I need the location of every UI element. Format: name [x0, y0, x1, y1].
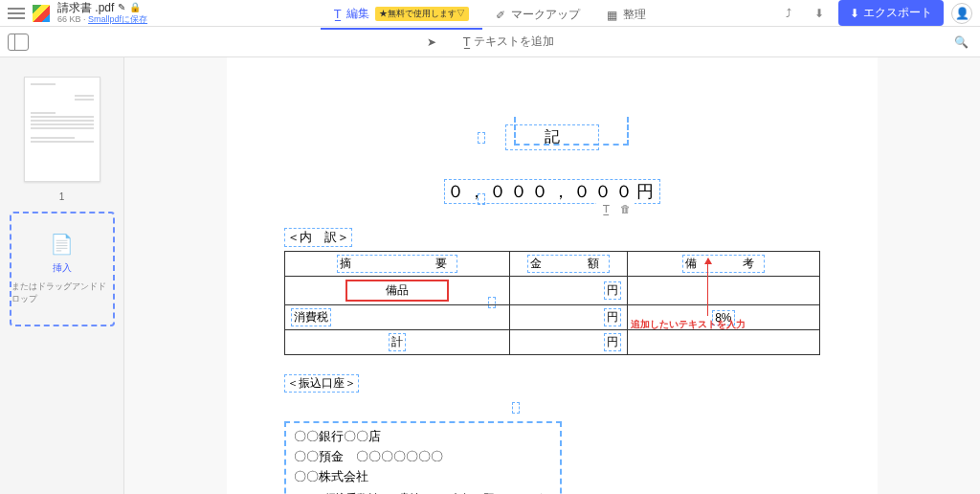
file-name: 請求書 .pdf [57, 1, 114, 14]
export-icon: ⬇ [850, 7, 859, 20]
amount-line[interactable]: ０，０００，０００円 [284, 179, 820, 204]
cell-amount: 円 [509, 277, 627, 305]
annotation-arrow: 追加したいテキストを入力 [669, 258, 746, 331]
header-amount: 金 額 [509, 252, 627, 277]
main-tabs: T̲ 編集 ★無料で使用します▽ ✐ マークアップ ▦ 整理 [321, 0, 659, 30]
annotation-text: 追加したいテキストを入力 [631, 318, 746, 331]
fragment-handle[interactable] [512, 402, 520, 414]
cell-tax: 消費税 [285, 305, 510, 330]
edit-icon: T̲ [334, 8, 341, 21]
tab-markup[interactable]: ✐ マークアップ [482, 0, 593, 30]
table-row: 計 円 [285, 330, 820, 355]
insert-page-dropzone[interactable]: 📄 挿入 またはドラッグアンドドロップ [10, 212, 115, 326]
rename-icon[interactable]: ✎ [118, 2, 125, 13]
bank-note: （※）振込手数料は、貴社にてご負担お願いいたします。 [294, 490, 552, 494]
document-canvas[interactable]: 記 ０，０００，０００円 ＜内 訳＞ T̲ 🗑 摘 要 金 額 備 考 [124, 57, 980, 494]
breakdown-label[interactable]: ＜内 訳＞ [284, 228, 352, 247]
delete-icon[interactable]: 🗑 [617, 201, 633, 216]
organize-icon: ▦ [607, 9, 617, 22]
user-avatar[interactable]: 👤 [951, 3, 972, 24]
user-icon: 👤 [955, 7, 969, 20]
cell-total: 計 [285, 330, 510, 355]
cell-mini-toolbar: T̲ 🗑 [596, 199, 635, 218]
page-thumbnail[interactable] [24, 77, 100, 182]
save-link[interactable]: Smallpdfに保存 [88, 14, 147, 24]
cell-amount: 円 [509, 330, 627, 355]
app-logo[interactable] [33, 5, 50, 22]
hamburger-icon[interactable] [8, 8, 25, 19]
document-page[interactable]: 記 ０，０００，０００円 ＜内 訳＞ T̲ 🗑 摘 要 金 額 備 考 [227, 57, 878, 494]
search-icon[interactable]: 🔍 [949, 31, 972, 54]
sidebar: 1 📄 挿入 またはドラッグアンドドロップ [0, 57, 124, 494]
file-size: 66 KB [57, 14, 81, 24]
download-icon[interactable]: ⬇ [808, 2, 831, 25]
pointer-icon: ➤ [427, 35, 436, 49]
cell-amount: 円 [509, 305, 627, 330]
bank-line: 〇〇銀行〇〇店 [294, 427, 552, 447]
top-bar: 請求書 .pdf ✎ 🔒 66 KB · Smallpdfに保存 T̲ 編集 ★… [0, 0, 980, 27]
edit-text-icon[interactable]: T̲ [598, 201, 613, 216]
bank-line: 〇〇株式会社 [294, 467, 552, 487]
tab-organize[interactable]: ▦ 整理 [593, 0, 659, 30]
text-icon: T̲ [463, 35, 470, 49]
cell-item: 備品 [285, 277, 510, 305]
pointer-tool[interactable]: ➤ [419, 32, 444, 53]
bank-label[interactable]: ＜振込口座＞ [284, 374, 359, 393]
add-text-tool[interactable]: T̲ テキストを追加 [456, 30, 562, 54]
workspace: 1 📄 挿入 またはドラッグアンドドロップ 記 ０，０００，０００円 ＜内 訳＞ [0, 57, 980, 494]
lock-icon: 🔒 [129, 2, 141, 13]
markup-icon: ✐ [496, 9, 505, 22]
fragment-handle[interactable] [488, 297, 496, 308]
sub-toolbar: ➤ T̲ テキストを追加 🔍 [0, 27, 980, 57]
bank-info-block[interactable]: 〇〇銀行〇〇店 〇〇預金 〇〇〇〇〇〇〇 〇〇株式会社 （※）振込手数料は、貴社… [284, 421, 562, 494]
header-summary: 摘 要 [285, 252, 510, 277]
free-badge: ★無料で使用します▽ [375, 7, 469, 21]
insert-page-icon: 📄 [50, 233, 74, 256]
file-info: 請求書 .pdf ✎ 🔒 66 KB · Smallpdfに保存 [57, 1, 147, 25]
cell-note[interactable] [627, 330, 819, 355]
bank-line: 〇〇預金 〇〇〇〇〇〇〇 [294, 447, 552, 467]
share-icon[interactable]: ⤴ [777, 2, 800, 25]
right-actions: ⤴ ⬇ ⬇ エクスポート 👤 [777, 0, 972, 26]
page-number: 1 [59, 191, 65, 202]
sidebar-toggle-icon[interactable] [8, 34, 29, 51]
tab-edit[interactable]: T̲ 編集 ★無料で使用します▽ [321, 0, 482, 30]
export-button[interactable]: ⬇ エクスポート [838, 0, 944, 26]
fragment-handle[interactable] [478, 193, 485, 205]
fragment-handle[interactable] [478, 132, 485, 144]
text-fragment-box[interactable] [514, 117, 629, 146]
